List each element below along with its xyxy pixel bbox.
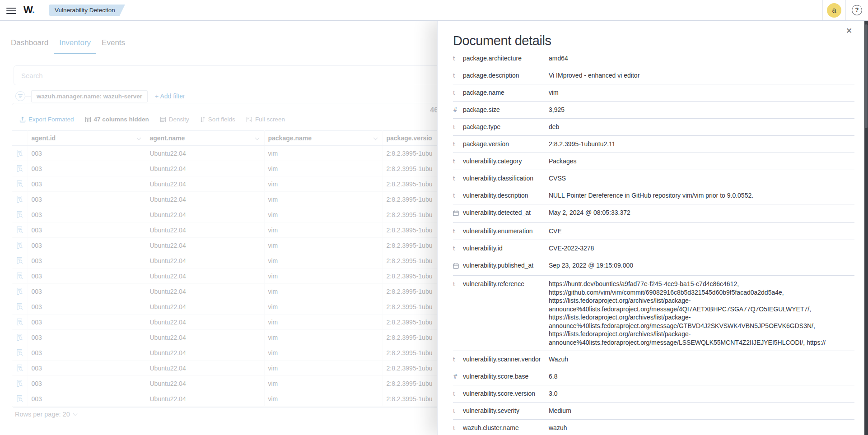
field-name: package.name: [463, 88, 549, 97]
field-name: vulnerability.score.version: [463, 389, 549, 398]
document-field-row: t vulnerability.score.version 3.0: [453, 385, 854, 403]
field-value: wazuh: [549, 424, 854, 432]
text-field-icon: t: [453, 244, 463, 253]
field-name: vulnerability.id: [463, 244, 549, 253]
text-field-icon: t: [453, 140, 463, 149]
field-value: Vi IMproved - enhanced vi editor: [549, 71, 854, 80]
document-field-row: t vulnerability.classification CVSS: [453, 170, 854, 187]
text-field-icon: t: [453, 389, 463, 398]
document-field-row: t wazuh.cluster.name wazuh: [453, 420, 854, 435]
text-field-icon: t: [453, 191, 463, 200]
field-name: vulnerability.enumeration: [463, 227, 549, 236]
calendar-icon: [453, 208, 463, 219]
breadcrumb[interactable]: Vulnerability Detection: [49, 5, 125, 16]
text-field-icon: t: [453, 157, 463, 166]
document-field-row: t vulnerability.reference https://huntr.…: [453, 276, 854, 351]
header-divider: [44, 0, 44, 20]
menu-icon[interactable]: [6, 6, 16, 15]
document-field-row: # vulnerability.score.base 6.8: [453, 368, 854, 385]
text-field-icon: t: [453, 88, 463, 97]
document-field-row: # package.size 3,925: [453, 102, 854, 119]
field-name: wazuh.cluster.name: [463, 424, 549, 432]
document-details-flyout: ✕ Document details t package.architectur…: [437, 21, 868, 435]
header-divider: [822, 0, 823, 20]
field-name: vulnerability.published_at: [463, 261, 549, 270]
field-value: https://huntr.dev/bounties/a9fad77e-f245…: [549, 280, 854, 347]
field-name: package.type: [463, 123, 549, 131]
text-field-icon: t: [453, 174, 463, 183]
field-name: vulnerability.detected_at: [463, 208, 549, 217]
document-field-row: t package.architecture amd64: [453, 50, 854, 67]
field-value: Sep 23, 2022 @ 19:15:09.000: [549, 261, 854, 270]
document-field-row: t package.type deb: [453, 119, 854, 136]
field-value: 3.0: [549, 389, 854, 398]
field-name: vulnerability.scanner.vendor: [463, 355, 549, 364]
document-field-row: t package.description Vi IMproved - enha…: [453, 67, 854, 84]
field-value: Wazuh: [549, 355, 854, 364]
field-name: vulnerability.score.base: [463, 372, 549, 381]
field-name: package.architecture: [463, 54, 549, 63]
field-name: vulnerability.classification: [463, 174, 549, 183]
document-field-row: vulnerability.published_at Sep 23, 2022 …: [453, 257, 854, 276]
text-field-icon: t: [453, 227, 463, 236]
header-divider: [21, 0, 21, 20]
field-name: package.description: [463, 71, 549, 80]
field-name: package.version: [463, 140, 549, 148]
number-field-icon: #: [453, 372, 463, 381]
wazuh-logo[interactable]: W.: [23, 4, 35, 16]
document-fields-list[interactable]: t package.architecture amd64 t package.d…: [438, 50, 868, 435]
field-value: 2:8.2.3995-1ubuntu2.11: [549, 140, 854, 148]
text-field-icon: t: [453, 123, 463, 132]
text-field-icon: t: [453, 355, 463, 364]
field-value: 6.8: [549, 372, 854, 381]
field-value: deb: [549, 123, 854, 131]
app-window: W. Vulnerability Detection a ? Dashboard…: [0, 0, 868, 435]
document-field-row: t vulnerability.id CVE-2022-3278: [453, 240, 854, 257]
header-divider: [845, 0, 846, 20]
field-name: vulnerability.category: [463, 157, 549, 166]
document-field-row: t vulnerability.enumeration CVE: [453, 223, 854, 240]
document-field-row: vulnerability.detected_at May 2, 2024 @ …: [453, 204, 854, 223]
field-value: CVSS: [549, 174, 854, 183]
field-value: CVE: [549, 227, 854, 236]
help-icon[interactable]: ?: [852, 5, 862, 15]
document-field-row: t package.name vim: [453, 84, 854, 102]
field-value: Packages: [549, 157, 854, 166]
field-value: amd64: [549, 54, 854, 63]
avatar[interactable]: a: [827, 3, 841, 18]
field-value: Medium: [549, 407, 854, 415]
document-field-row: t vulnerability.scanner.vendor Wazuh: [453, 351, 854, 368]
field-value: CVE-2022-3278: [549, 244, 854, 253]
field-value: 3,925: [549, 106, 854, 114]
document-field-row: t vulnerability.severity Medium: [453, 403, 854, 420]
text-field-icon: t: [453, 71, 463, 80]
text-field-icon: t: [453, 424, 463, 433]
text-field-icon: t: [453, 280, 463, 289]
flyout-title: Document details: [453, 33, 551, 48]
field-name: package.size: [463, 106, 549, 114]
text-field-icon: t: [453, 54, 463, 63]
field-name: vulnerability.reference: [463, 280, 549, 288]
field-value: May 2, 2024 @ 08:05:33.372: [549, 208, 854, 217]
field-name: vulnerability.severity: [463, 407, 549, 415]
scrollbar-thumb[interactable]: [865, 24, 868, 128]
field-name: vulnerability.description: [463, 191, 549, 200]
top-header-bar: W. Vulnerability Detection a ?: [0, 0, 868, 21]
calendar-icon: [453, 261, 463, 272]
document-field-row: t vulnerability.category Packages: [453, 153, 854, 170]
close-icon[interactable]: ✕: [845, 27, 854, 36]
document-field-row: t vulnerability.description NULL Pointer…: [453, 187, 854, 204]
page-scrollbar[interactable]: [864, 21, 868, 435]
field-value: NULL Pointer Dereference in GitHub repos…: [549, 191, 854, 200]
document-field-row: t package.version 2:8.2.3995-1ubuntu2.11: [453, 136, 854, 153]
text-field-icon: t: [453, 407, 463, 416]
number-field-icon: #: [453, 106, 463, 115]
field-value: vim: [549, 88, 854, 97]
